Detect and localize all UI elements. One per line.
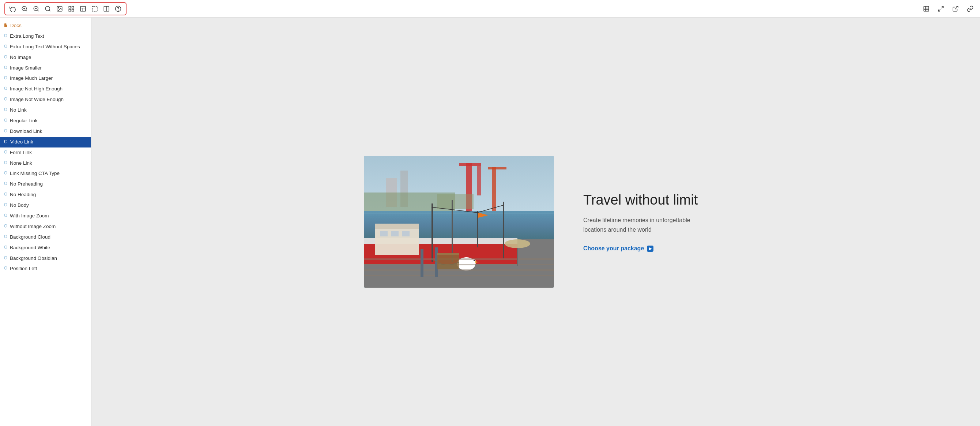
sidebar-item-video-link[interactable]: Video Link — [0, 137, 91, 147]
sidebar-icon-no-body — [4, 203, 8, 208]
svg-rect-32 — [477, 166, 481, 195]
svg-rect-50 — [503, 202, 504, 258]
svg-rect-64 — [420, 249, 423, 277]
sidebar-label-extra-long-text-no-spaces: Extra Long Text Without Spaces — [10, 43, 80, 51]
sidebar-icon-image-much-larger — [4, 76, 8, 81]
sidebar-item-with-image-zoom[interactable]: With Image Zoom — [0, 211, 91, 222]
link-button[interactable] — [965, 4, 975, 14]
sidebar-icon-background-cloud — [4, 235, 8, 240]
sidebar-label-image-not-wide-enough: Image Not Wide Enough — [10, 96, 64, 103]
sidebar-item-image-not-high-enough[interactable]: Image Not High Enough — [0, 84, 91, 94]
sidebar-icon-extra-long-text-no-spaces — [4, 44, 8, 50]
sidebar-item-image-not-wide-enough[interactable]: Image Not Wide Enough — [0, 94, 91, 105]
sidebar-icon-no-image — [4, 55, 8, 61]
sidebar-item-image-smaller[interactable]: Image Smaller — [0, 63, 91, 73]
svg-rect-15 — [80, 6, 86, 11]
sidebar-label-extra-long-text: Extra Long Text — [10, 33, 44, 40]
svg-rect-36 — [437, 194, 474, 209]
layout-button[interactable] — [78, 4, 89, 14]
svg-line-8 — [49, 10, 50, 11]
svg-point-56 — [474, 260, 475, 261]
sidebar-item-without-image-zoom[interactable]: Without Image Zoom — [0, 222, 91, 232]
sidebar-label-without-image-zoom: Without Image Zoom — [10, 223, 56, 230]
image-button[interactable] — [54, 4, 65, 14]
main: DocsExtra Long TextExtra Long Text Witho… — [0, 18, 980, 426]
sidebar-item-no-preheading[interactable]: No Preheading — [0, 179, 91, 190]
sidebar-item-background-cloud[interactable]: Background Cloud — [0, 232, 91, 243]
svg-point-7 — [45, 6, 50, 11]
sidebar-item-no-heading[interactable]: No Heading — [0, 190, 91, 200]
sidebar-item-extra-long-text-no-spaces[interactable]: Extra Long Text Without Spaces — [0, 42, 91, 52]
sidebar-icon-without-image-zoom — [4, 224, 8, 230]
sidebar-item-docs[interactable]: Docs — [0, 21, 91, 31]
sidebar-item-download-link[interactable]: Download Link — [0, 126, 91, 137]
sidebar-icon-image-not-high-enough — [4, 86, 8, 92]
sidebar-icon-no-preheading — [4, 182, 8, 187]
sidebar-icon-with-image-zoom — [4, 213, 8, 219]
sidebar-item-background-white[interactable]: Background White — [0, 243, 91, 253]
sidebar-label-video-link: Video Link — [10, 139, 33, 146]
sidebar-item-no-link[interactable]: No Link — [0, 105, 91, 116]
zoom-in-button[interactable] — [19, 4, 30, 14]
sidebar-item-no-body[interactable]: No Body — [0, 200, 91, 211]
sidebar-icon-link-missing-cta — [4, 171, 8, 176]
sidebar-label-position-left: Position Left — [10, 265, 37, 272]
svg-rect-12 — [72, 6, 74, 8]
video-icon: ▶ — [647, 246, 654, 252]
svg-rect-11 — [69, 6, 71, 8]
preview-text: Travel without limit Create lifetime mem… — [583, 192, 708, 252]
reset-button[interactable] — [7, 4, 18, 14]
columns-button[interactable] — [101, 4, 112, 14]
sidebar-label-background-white: Background White — [10, 244, 50, 251]
svg-point-10 — [58, 7, 59, 8]
sidebar-icon-background-white — [4, 245, 8, 251]
toolbar — [0, 0, 980, 18]
sidebar-label-form-link: Form Link — [10, 149, 32, 156]
svg-rect-47 — [402, 231, 410, 236]
sidebar-icon-form-link — [4, 150, 8, 156]
external-button[interactable] — [950, 4, 961, 14]
toolbar-right — [921, 4, 975, 14]
svg-rect-48 — [431, 204, 433, 262]
selection-button[interactable] — [89, 4, 100, 14]
sidebar-icon-image-not-wide-enough — [4, 97, 8, 102]
svg-rect-51 — [477, 211, 478, 247]
preview-cta[interactable]: Choose your package ▶ — [583, 245, 708, 252]
sidebar-item-extra-long-text[interactable]: Extra Long Text — [0, 31, 91, 42]
sidebar-label-no-body: No Body — [10, 202, 29, 209]
help-button[interactable] — [113, 4, 124, 14]
svg-rect-61 — [364, 275, 554, 276]
sidebar-icon-video-link — [4, 139, 8, 145]
svg-rect-39 — [364, 216, 554, 217]
sidebar-item-background-obsidian[interactable]: Background Obsidian — [0, 253, 91, 264]
svg-rect-60 — [364, 270, 554, 271]
expand-button[interactable] — [935, 4, 947, 14]
sidebar-item-no-image[interactable]: No Image — [0, 52, 91, 63]
svg-rect-45 — [380, 231, 388, 236]
sidebar-label-download-link: Download Link — [10, 128, 42, 135]
sidebar-item-position-left[interactable]: Position Left — [0, 263, 91, 274]
sidebar-icon-position-left — [4, 266, 8, 271]
fit-button[interactable] — [921, 4, 932, 14]
grid-button[interactable] — [66, 4, 77, 14]
svg-rect-31 — [459, 163, 481, 166]
svg-rect-14 — [69, 9, 71, 11]
sidebar-item-regular-link[interactable]: Regular Link — [0, 116, 91, 126]
zoom-reset-button[interactable] — [42, 4, 53, 14]
zoom-out-button[interactable] — [31, 4, 42, 14]
sidebar-item-none-link[interactable]: None Link — [0, 158, 91, 169]
sidebar-item-link-missing-cta[interactable]: Link Missing CTA Type — [0, 168, 91, 179]
svg-rect-13 — [72, 9, 74, 11]
sidebar-label-image-smaller: Image Smaller — [10, 65, 42, 72]
sidebar-icon-docs — [4, 23, 8, 29]
svg-rect-34 — [488, 167, 506, 169]
svg-rect-18 — [92, 6, 97, 11]
sidebar-item-form-link[interactable]: Form Link — [0, 147, 91, 158]
sidebar-label-regular-link: Regular Link — [10, 118, 38, 124]
sidebar-icon-background-obsidian — [4, 256, 8, 261]
svg-rect-68 — [437, 253, 459, 270]
content-area: Travel without limit Create lifetime mem… — [91, 18, 980, 426]
sidebar-item-image-much-larger[interactable]: Image Much Larger — [0, 73, 91, 84]
sidebar-label-background-obsidian: Background Obsidian — [10, 255, 57, 262]
svg-line-26 — [955, 6, 958, 9]
